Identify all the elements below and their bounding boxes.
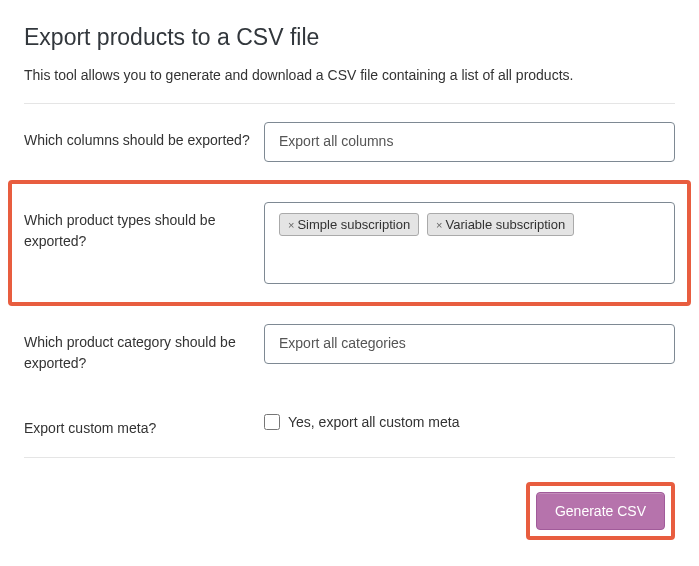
control-category: Export all categories (264, 324, 675, 364)
category-select[interactable]: Export all categories (264, 324, 675, 364)
close-icon[interactable]: × (436, 219, 442, 231)
label-product-types: Which product types should be exported? (24, 202, 264, 252)
product-types-select[interactable]: × Simple subscription × Variable subscri… (264, 202, 675, 284)
export-form: Which columns should be exported? Export… (24, 103, 675, 458)
button-row: Generate CSV (24, 458, 675, 540)
control-custom-meta: Yes, export all custom meta (264, 410, 675, 430)
button-highlight-box: Generate CSV (526, 482, 675, 540)
label-custom-meta: Export custom meta? (24, 410, 264, 439)
page-title: Export products to a CSV file (24, 24, 675, 51)
close-icon[interactable]: × (288, 219, 294, 231)
row-product-types: Which product types should be exported? … (8, 180, 691, 306)
checkbox-wrapper: Yes, export all custom meta (264, 410, 675, 430)
row-columns: Which columns should be exported? Export… (24, 104, 675, 180)
page-description: This tool allows you to generate and dow… (24, 67, 675, 83)
tag-simple-subscription: × Simple subscription (279, 213, 419, 236)
control-columns: Export all columns (264, 122, 675, 162)
custom-meta-checkbox-label: Yes, export all custom meta (288, 414, 459, 430)
custom-meta-checkbox[interactable] (264, 414, 280, 430)
tag-variable-subscription: × Variable subscription (427, 213, 574, 236)
export-panel: Export products to a CSV file This tool … (0, 0, 699, 564)
row-category: Which product category should be exporte… (24, 306, 675, 392)
columns-select[interactable]: Export all columns (264, 122, 675, 162)
label-category: Which product category should be exporte… (24, 324, 264, 374)
generate-csv-button[interactable]: Generate CSV (536, 492, 665, 530)
tag-label: Simple subscription (297, 217, 410, 232)
control-product-types: × Simple subscription × Variable subscri… (264, 202, 675, 284)
label-columns: Which columns should be exported? (24, 122, 264, 151)
row-custom-meta: Export custom meta? Yes, export all cust… (24, 392, 675, 457)
tag-label: Variable subscription (445, 217, 565, 232)
